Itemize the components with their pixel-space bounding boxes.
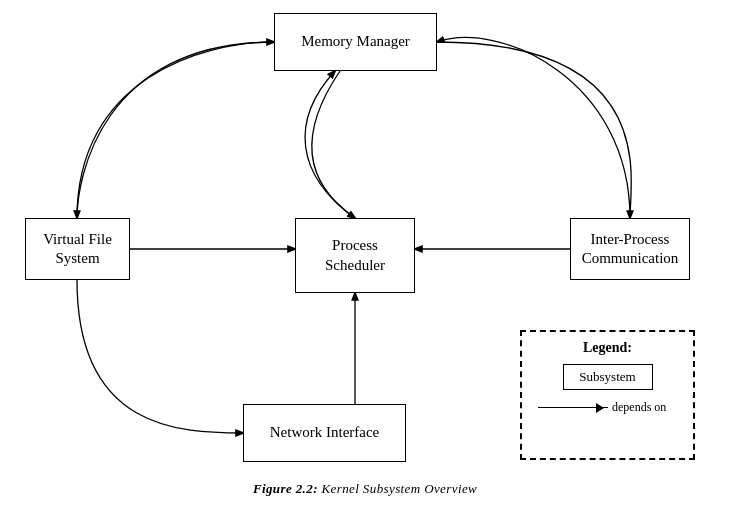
caption-label: Figure 2.2: (253, 481, 318, 496)
vfs-label: Virtual FileSystem (43, 230, 112, 269)
legend-subsystem-box: Subsystem (563, 364, 653, 390)
figure-caption: Figure 2.2: Kernel Subsystem Overview (0, 481, 730, 497)
memory-manager-box: Memory Manager (274, 13, 437, 71)
network-interface-box: Network Interface (243, 404, 406, 462)
legend-box: Legend: Subsystem depends on (520, 330, 695, 460)
legend-subsystem-label: Subsystem (579, 369, 635, 384)
memory-manager-label: Memory Manager (301, 32, 410, 52)
ipc-box: Inter-ProcessCommunication (570, 218, 690, 280)
legend-title: Legend: (530, 340, 685, 356)
vfs-box: Virtual FileSystem (25, 218, 130, 280)
diagram: Memory Manager ProcessScheduler Virtual … (0, 0, 730, 507)
ipc-label: Inter-ProcessCommunication (582, 230, 679, 269)
legend-arrow-row: depends on (538, 400, 685, 415)
caption-text: Kernel Subsystem Overview (322, 481, 478, 496)
process-scheduler-label: ProcessScheduler (325, 236, 385, 275)
network-interface-label: Network Interface (270, 423, 380, 443)
legend-arrow-line (538, 407, 608, 408)
legend-arrow-label: depends on (612, 400, 666, 415)
process-scheduler-box: ProcessScheduler (295, 218, 415, 293)
